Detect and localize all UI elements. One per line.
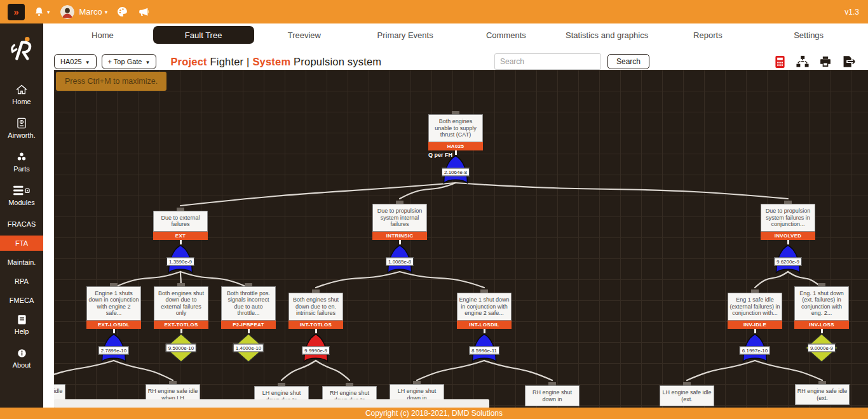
fault-tree-canvas[interactable]: Q per FHBoth engines unable to supply th… xyxy=(54,70,868,408)
fault-tree-node-inv-idle[interactable]: Eng 1 safe idle (external failures) in c… xyxy=(728,321,782,362)
fault-tree-node-int-totlos[interactable]: Both engines shut down due to en. intrin… xyxy=(288,321,343,362)
node-probability-value: 9.0000e-9 xyxy=(808,344,836,352)
topbar: » ▾ Marco ▾ v1.3 xyxy=(0,0,868,23)
gate-stub xyxy=(180,240,182,244)
gate-stub xyxy=(455,150,457,155)
fault-tree-node-ha025[interactable]: Q per FHBoth engines unable to supply th… xyxy=(428,142,483,184)
node-description-block: Due to propulsion system internal failur… xyxy=(372,201,427,232)
node-description: Due to propulsion system failures in con… xyxy=(761,204,815,232)
fault-tree-leaf-node[interactable]: RH engine safe idle (ext. xyxy=(795,381,850,405)
system-label: System xyxy=(252,56,290,67)
gate-stub xyxy=(113,329,115,333)
main-content: HomeFault TreeTreeviewPrimary EventsComm… xyxy=(43,23,868,408)
tab-primary-events[interactable]: Primary Events xyxy=(355,26,456,44)
sidebar-item-home[interactable]: Home xyxy=(0,82,43,107)
fault-tree-node-ext-totlos[interactable]: Both engines shut down due to external f… xyxy=(154,321,208,362)
maximize-toast: Press Ctrl+M to maximize. xyxy=(56,72,166,91)
tab-treeview[interactable]: Treeview xyxy=(254,26,355,44)
add-top-gate-label: + Top Gate xyxy=(108,58,142,65)
theme-palette-icon[interactable] xyxy=(116,6,128,18)
page-title: Project Fighter | System Propulsion syst… xyxy=(170,56,381,68)
node-probability-value: 2.1064e-8 xyxy=(442,168,470,176)
sidebar-item-about[interactable]: About xyxy=(0,345,43,371)
node-description-block: Eng. 1 shut down (ext. failures) in conj… xyxy=(794,283,849,321)
notifications-caret-icon[interactable]: ▾ xyxy=(47,9,50,15)
tab-fault-tree[interactable]: Fault Tree xyxy=(153,26,254,44)
app-version: v1.3 xyxy=(844,8,859,17)
export-icon[interactable] xyxy=(841,55,856,68)
fault-tree-node-ext-losidl[interactable]: Engine 1 shuts down in conjunction with … xyxy=(86,321,141,362)
user-avatar[interactable] xyxy=(60,5,74,19)
node-code-label: EXT-TOTLOS xyxy=(154,321,208,329)
module-tabs: HomeFault TreeTreeviewPrimary EventsComm… xyxy=(52,26,859,44)
sidebar-item-label: Help xyxy=(15,328,29,335)
sidebar-item-modules[interactable]: Modules xyxy=(0,183,43,208)
app-logo-bird-icon[interactable] xyxy=(8,34,36,65)
node-description: Both engines shut down due to external f… xyxy=(154,286,208,321)
sidebar-item-maintain[interactable]: Maintain. xyxy=(0,255,43,270)
node-code-label: EXT xyxy=(153,232,208,240)
sidebar-item-help[interactable]: Help xyxy=(0,312,43,337)
or-gate-icon: 6.1997e-10 xyxy=(738,333,771,362)
gate-stub xyxy=(821,329,823,333)
hierarchy-icon[interactable] xyxy=(796,55,810,68)
tab-statistics-and-graphics[interactable]: Statistics and graphics xyxy=(557,26,658,44)
tab-home[interactable]: Home xyxy=(52,26,153,44)
node-description-block: Both engines shut down due to external f… xyxy=(154,283,208,321)
notifications-bell-icon[interactable] xyxy=(34,6,44,17)
gate-stub xyxy=(315,329,317,333)
announcements-megaphone-icon[interactable] xyxy=(137,6,150,18)
gate-stub xyxy=(754,329,756,333)
search-button[interactable]: Search xyxy=(607,54,649,69)
sidebar-item-fta[interactable]: FTA xyxy=(0,236,43,251)
add-top-gate-dropdown[interactable]: + Top Gate▼ xyxy=(102,54,157,69)
tab-reports[interactable]: Reports xyxy=(658,26,759,44)
sidebar-item-parts[interactable]: Parts xyxy=(0,149,43,175)
sidebar-item-airworth[interactable]: Airworth. xyxy=(0,116,43,141)
node-description: RH engine shut down in xyxy=(525,385,580,406)
fault-tree-node-int-losdil[interactable]: Engine 1 shut down in conjunction with e… xyxy=(457,321,512,362)
title-divider: | xyxy=(247,56,250,67)
calculator-icon[interactable] xyxy=(774,55,786,69)
fault-tree-node-ext[interactable]: Due to external failuresEXT1.3590e-9 xyxy=(153,232,208,274)
tab-comments[interactable]: Comments xyxy=(456,26,557,44)
gate-stub xyxy=(248,329,250,333)
sidebar-item-rpa[interactable]: RPA xyxy=(0,274,43,289)
horizontal-scrollbar-thumb[interactable] xyxy=(54,399,489,408)
sidebar-item-label: Airworth. xyxy=(8,131,35,139)
user-menu[interactable]: Marco ▾ xyxy=(79,7,108,17)
node-description: Both throttle pos. signals incorrect due… xyxy=(221,286,276,321)
node-code-label: INV-LOSS xyxy=(794,321,849,329)
search-input[interactable] xyxy=(494,53,601,70)
fault-tree-leaf-node[interactable]: LH engine safe idle (ext. xyxy=(660,382,714,406)
home-icon xyxy=(16,84,27,95)
copyright-text: Copyright (c) 2018-2021, DMD Solutions xyxy=(365,409,503,418)
fault-tree-node-intrinsic[interactable]: Due to propulsion system internal failur… xyxy=(372,232,427,274)
fault-tree-node-inv-loss[interactable]: Eng. 1 shut down (ext. failures) in conj… xyxy=(794,321,849,362)
tab-settings[interactable]: Settings xyxy=(758,26,859,44)
node-description: Engine 1 shut down in conjunction with e… xyxy=(457,293,512,321)
or-gate-icon: 1.0085e-8 xyxy=(383,244,416,274)
or-gate-icon: 8.5996e-11 xyxy=(468,333,501,362)
sidebar-item-label: Parts xyxy=(13,165,30,173)
fault-tree-node-involved[interactable]: Due to propulsion system failures in con… xyxy=(761,232,815,274)
sidebar-item-fracas[interactable]: FRACAS xyxy=(0,216,43,232)
tree-selector-dropdown[interactable]: HA025▼ xyxy=(54,54,97,69)
or-gate-icon: 9.9990e-9 xyxy=(299,333,332,362)
book-icon xyxy=(17,314,27,325)
sidebar-nav: HomeAirworth.PartsModulesFRACASFTAMainta… xyxy=(0,82,43,379)
node-description: Eng. 1 shut down (ext. failures) in conj… xyxy=(794,286,849,321)
chevron-down-icon: ▼ xyxy=(85,60,90,65)
toolbar: HA025▼ + Top Gate▼ Project Fighter | Sys… xyxy=(54,51,856,72)
fault-tree-leaf-node[interactable]: RH engine shut down in xyxy=(525,382,580,406)
project-label: Project xyxy=(170,56,207,67)
node-description-block: Due to propulsion system failures in con… xyxy=(761,201,815,232)
sidebar-item-fmeca[interactable]: FMECA xyxy=(0,293,43,308)
node-code-label: INT-LOSDIL xyxy=(457,321,512,329)
sidebar-collapse-button[interactable]: » xyxy=(8,4,25,20)
node-description-block: Both engines shut down due to en. intrin… xyxy=(288,289,343,321)
undeveloped-event-diamond-icon: 1.4000e-10 xyxy=(232,333,265,362)
printer-icon[interactable] xyxy=(819,55,832,68)
fault-tree-node-p2-ipbpeat[interactable]: Both throttle pos. signals incorrect due… xyxy=(221,321,276,362)
sidebar-item-label: Maintain. xyxy=(8,258,36,266)
